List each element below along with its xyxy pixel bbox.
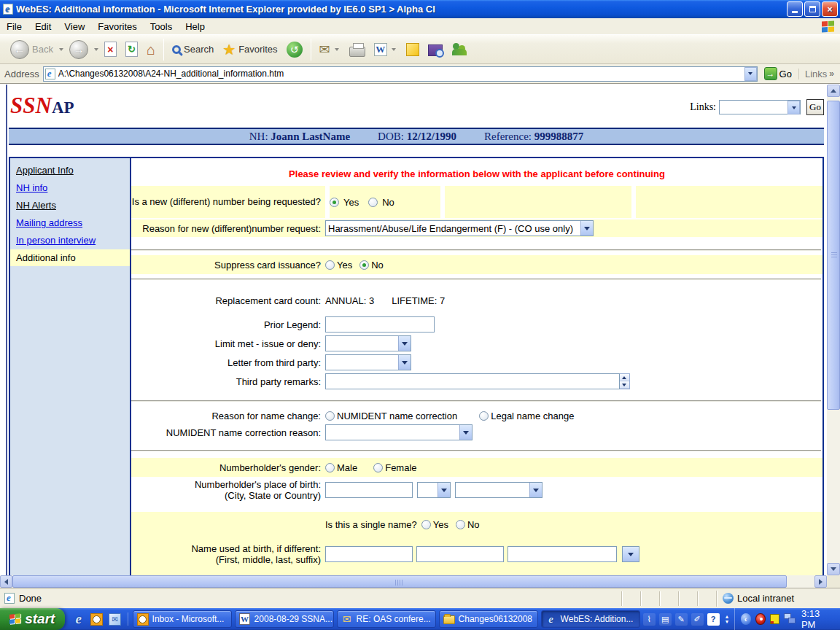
back-button[interactable]: ← Back: [6, 39, 58, 61]
language-bar-collapse-icons[interactable]: ▲▼: [723, 614, 731, 624]
research-button[interactable]: [424, 41, 447, 58]
mail-button[interactable]: ✉: [315, 40, 345, 59]
vertical-scrollbar[interactable]: [827, 85, 840, 575]
edit-with-word-button[interactable]: W: [370, 42, 402, 58]
task-webes-active[interactable]: e WebES: Addition...: [541, 610, 640, 628]
favorites-button[interactable]: ★ Favorites: [218, 42, 281, 58]
quicklaunch-outlook-express-icon[interactable]: ✉: [109, 612, 122, 626]
task-inbox[interactable]: Inbox - Microsoft...: [133, 610, 232, 628]
ie-window-icon: [3, 4, 13, 15]
birth-first-name-input[interactable]: [325, 546, 413, 562]
numident-correction-radio[interactable]: [325, 411, 335, 421]
menu-edit[interactable]: Edit: [28, 19, 58, 34]
task-email[interactable]: ✉ RE: OAS confere...: [337, 610, 436, 628]
place-of-birth-city-input[interactable]: [325, 482, 413, 498]
select-arrow-icon: [398, 355, 411, 370]
hide-icons-chevron-icon[interactable]: ‹: [741, 613, 751, 625]
history-button[interactable]: ↺: [282, 40, 307, 59]
system-tray: ‹ 3:13 PM: [734, 608, 840, 630]
minimize-button[interactable]: [787, 1, 803, 17]
start-button[interactable]: start: [0, 608, 65, 630]
vertical-scroll-thumb[interactable]: [827, 101, 840, 410]
sidebar-item-mailing-address[interactable]: Mailing address: [10, 214, 130, 231]
sidebar-item-in-person-interview[interactable]: In person interview: [10, 232, 130, 249]
sidebar-item-nh-info[interactable]: NH info: [10, 179, 130, 196]
page-links-select[interactable]: [719, 100, 801, 114]
new-number-no-radio[interactable]: [368, 198, 378, 207]
section-separator: [131, 249, 821, 251]
prior-legend-input[interactable]: [325, 316, 435, 332]
place-of-birth-country-select[interactable]: [455, 482, 542, 498]
gender-female-radio[interactable]: [373, 463, 383, 472]
select-arrow-icon: [438, 483, 450, 497]
nh-reference: Reference: 999988877: [484, 131, 583, 143]
menu-tools[interactable]: Tools: [144, 19, 179, 34]
speech-tools-icon[interactable]: ▤: [659, 613, 672, 626]
scroll-up-icon[interactable]: [827, 85, 840, 97]
home-button[interactable]: ⌂: [142, 41, 160, 58]
numident-reason-select[interactable]: [325, 424, 472, 440]
word-icon: W: [374, 43, 387, 56]
address-input[interactable]: A:\Changes06132008\A24-NH_additional_inf…: [43, 66, 758, 82]
sidebar-item-nh-alerts[interactable]: NH Alerts: [10, 197, 130, 214]
address-dropdown-icon[interactable]: [744, 67, 757, 81]
handwriting-icon[interactable]: ✎: [675, 613, 688, 626]
quicklaunch-ie-icon[interactable]: e: [72, 612, 85, 626]
menu-help[interactable]: Help: [179, 19, 211, 34]
print-button[interactable]: [345, 41, 370, 58]
sidebar-item-applicant-info[interactable]: Applicant Info: [10, 162, 130, 179]
scroll-left-icon[interactable]: [0, 575, 12, 588]
forward-button[interactable]: →: [65, 39, 93, 61]
suppress-card-row: Suppress card issuance? Yes No: [131, 255, 822, 274]
status-cell: [697, 591, 716, 606]
network-icon[interactable]: [784, 613, 796, 625]
task-folder[interactable]: Changes06132008: [439, 610, 538, 628]
quicklaunch-outlook-icon[interactable]: [90, 612, 104, 626]
single-name-no-radio[interactable]: [456, 520, 465, 529]
notes-button[interactable]: [402, 42, 424, 58]
scroll-down-icon[interactable]: [827, 563, 840, 575]
horizontal-scroll-thumb[interactable]: [12, 575, 787, 588]
single-name-yes-radio[interactable]: [421, 520, 431, 529]
place-of-birth-state-select[interactable]: [417, 482, 451, 498]
links-toolbar[interactable]: Links »: [798, 69, 839, 79]
page-go-button[interactable]: Go: [806, 99, 824, 115]
ink-pen-icon[interactable]: ✐: [691, 613, 704, 626]
third-party-remarks-input[interactable]: [325, 373, 620, 389]
legal-name-change-radio[interactable]: [479, 411, 489, 421]
limit-met-select[interactable]: [325, 335, 411, 351]
menu-file[interactable]: File: [0, 19, 28, 34]
remarks-scrollbar[interactable]: [620, 373, 630, 389]
refresh-button[interactable]: ↻: [121, 40, 142, 58]
birth-suffix-select[interactable]: [622, 546, 639, 562]
scroll-right-icon[interactable]: [814, 575, 827, 588]
forward-dropdown-icon[interactable]: [94, 48, 98, 51]
back-dropdown-icon[interactable]: [59, 48, 63, 51]
windows-logo-icon: [822, 20, 834, 32]
close-button[interactable]: ×: [822, 1, 838, 17]
suppress-no-radio[interactable]: [359, 260, 369, 270]
tray-notes-icon[interactable]: [770, 614, 779, 624]
reason-new-number-select[interactable]: Harassment/Abuse/Life Endangerment (F) -…: [325, 220, 594, 236]
letter-third-party-select[interactable]: [325, 354, 411, 370]
status-cell: [659, 591, 678, 606]
stop-button[interactable]: ×: [100, 40, 121, 58]
search-button[interactable]: Search: [168, 42, 218, 56]
new-number-yes-radio[interactable]: [330, 198, 339, 207]
go-button[interactable]: → Go: [761, 67, 795, 80]
suppress-yes-radio[interactable]: [325, 260, 335, 270]
task-word-doc[interactable]: W 2008-08-29 SSNA...: [235, 610, 334, 628]
tray-red-app-icon[interactable]: [755, 613, 766, 625]
microphone-icon[interactable]: ⌇: [643, 613, 656, 626]
messenger-button[interactable]: [447, 41, 472, 58]
research-book-icon: [428, 44, 443, 56]
horizontal-scrollbar[interactable]: [0, 575, 827, 588]
restore-button[interactable]: [804, 1, 820, 17]
menu-favorites[interactable]: Favorites: [91, 19, 143, 34]
menu-view[interactable]: View: [58, 19, 91, 34]
birth-middle-name-input[interactable]: [416, 546, 504, 562]
gender-male-radio[interactable]: [325, 463, 335, 472]
help-icon[interactable]: ?: [707, 613, 720, 626]
select-arrow-icon: [580, 221, 593, 236]
birth-last-name-input[interactable]: [508, 546, 617, 562]
